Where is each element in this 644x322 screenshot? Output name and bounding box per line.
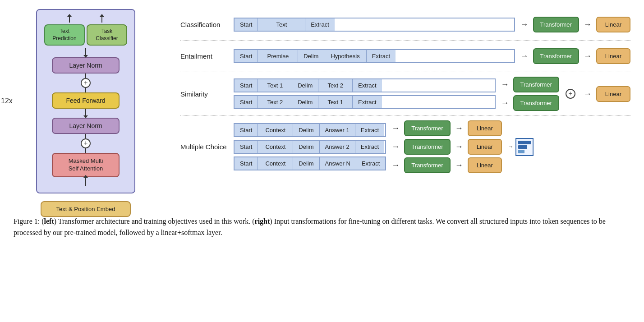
softmax-bar-3 xyxy=(518,150,524,153)
task-right-cls: → Transformer → Linear xyxy=(519,17,630,32)
arrow-ent-1: → xyxy=(519,51,530,61)
token-extract-sim1: Extract xyxy=(353,79,382,92)
token-text1-sim1: Text 1 xyxy=(258,79,292,92)
token-premise-ent: Premise xyxy=(258,50,298,62)
masked-attention-block: Masked MultiSelf Attention xyxy=(52,153,120,177)
token-extract-mc1: Extract xyxy=(355,124,384,136)
token-context-mc1: Context xyxy=(258,124,293,136)
token-start-ent: Start xyxy=(235,50,258,62)
token-seq-sim-2: Start Text 2 Delim Text 1 Extract xyxy=(234,95,496,109)
mc-row-1: → Transformer → Linear xyxy=(390,120,501,136)
arrow-mc-2a: → xyxy=(390,142,401,152)
arrow-sim-3: → xyxy=(582,89,593,99)
softmax-bar-2 xyxy=(518,145,527,149)
arch-top-arrows xyxy=(69,16,102,23)
arrow-to-task-cls xyxy=(101,16,102,23)
arrow-line-2: + xyxy=(81,74,91,92)
arrow-sim-2a: → xyxy=(499,98,511,108)
transformer-mc-3: Transformer xyxy=(404,157,450,173)
arch-12x-label: 12x xyxy=(1,97,13,105)
linear-mc-1: Linear xyxy=(468,120,502,136)
token-extract-sim2: Extract xyxy=(353,96,382,108)
mc-row-3: → Transformer → Linear xyxy=(390,157,501,173)
arch-container: 12x TextPrediction TaskClassifier L xyxy=(14,9,167,193)
residual-plus-bottom: + xyxy=(81,138,91,148)
transformer-mc-1: Transformer xyxy=(404,120,450,136)
arrow-mc-1a: → xyxy=(390,124,401,133)
token-seq-cls: Start Text Extract xyxy=(234,18,515,32)
token-start-mc3: Start xyxy=(235,157,258,170)
caption-left-bold: left xyxy=(44,217,54,225)
mc-tf-linear-col: → Transformer → Linear → Transformer → L… xyxy=(390,120,501,173)
arrow-cls-1: → xyxy=(519,20,530,29)
token-delim-sim1: Delim xyxy=(292,79,318,92)
arrow-line-3 xyxy=(85,109,86,116)
arrow-cls-2: → xyxy=(582,20,593,29)
tasks-container: Classification Start Text Extract → Tran… xyxy=(180,9,630,178)
token-delim-mc1: Delim xyxy=(293,124,319,136)
token-start-cls: Start xyxy=(235,18,258,31)
mc-row-2: → Transformer → Linear xyxy=(390,139,501,155)
arrow-mc-to-softmax: → xyxy=(506,143,515,150)
token-ansn-mc3: Answer N xyxy=(320,157,356,170)
transformer-ent: Transformer xyxy=(533,48,579,64)
token-text2-sim2: Text 2 xyxy=(258,96,292,108)
token-ans1-mc1: Answer 1 xyxy=(320,124,355,136)
token-seq-mc-1: Start Context Delim Answer 1 Extract xyxy=(234,123,386,137)
arrow-mc-2b: → xyxy=(453,142,465,152)
task-sequences-entailment: Start Premise Delim Hypothesis Extract xyxy=(234,49,515,63)
task-right-mc: → Transformer → Linear → Transformer → L… xyxy=(390,120,533,173)
token-start-mc2: Start xyxy=(235,141,258,153)
text-prediction-block: TextPrediction xyxy=(44,24,85,46)
residual-plus-top: + xyxy=(81,78,91,88)
token-context-mc2: Context xyxy=(258,141,293,153)
token-extract-cls: Extract xyxy=(305,18,334,31)
layer-norm-bottom-block: Layer Norm xyxy=(52,118,120,134)
task-sequences-similarity: Start Text 1 Delim Text 2 Extract Start … xyxy=(234,78,496,109)
arrow-sim-1a: → xyxy=(499,80,511,89)
arrow-mc-3b: → xyxy=(453,161,465,170)
token-start-sim1: Start xyxy=(235,79,258,92)
embed-block: Text & Position Embed xyxy=(41,201,131,217)
task-right-sim: → Transformer → Transformer + → Linear xyxy=(499,77,630,111)
task-sequences-mc: Start Context Delim Answer 1 Extract Sta… xyxy=(234,123,386,170)
token-text-cls: Text xyxy=(258,18,305,31)
linear-mc-2: Linear xyxy=(468,139,502,155)
token-extract-mc2: Extract xyxy=(355,141,384,153)
caption-figure-label: Figure 1: xyxy=(14,217,41,225)
token-delim-sim2: Delim xyxy=(292,96,318,108)
main-figure: 12x TextPrediction TaskClassifier L xyxy=(14,9,630,239)
arrow-down-2 xyxy=(85,109,86,116)
task-label-mc: Multiple Choice xyxy=(180,143,230,151)
caption-right-bold: right xyxy=(255,217,270,225)
token-ans2-mc2: Answer 2 xyxy=(320,141,355,153)
token-start-mc1: Start xyxy=(235,124,258,136)
token-delim-ent: Delim xyxy=(298,50,324,62)
softmax-bar-1 xyxy=(518,141,531,144)
linear-mc-3: Linear xyxy=(468,157,502,173)
token-context-mc3: Context xyxy=(258,157,293,170)
layer-norm-top-block: Layer Norm xyxy=(52,57,120,74)
task-row-entailment: Entailment Start Premise Delim Hypothesi… xyxy=(180,41,630,72)
figure-caption: Figure 1: (left) Transformer architectur… xyxy=(14,216,627,239)
diagram-row: 12x TextPrediction TaskClassifier L xyxy=(14,9,630,193)
task-row-mc: Multiple Choice Start Context Delim Answ… xyxy=(180,116,630,178)
token-extract-mc3: Extract xyxy=(356,157,385,170)
arch-inner: TextPrediction TaskClassifier Layer Norm… xyxy=(36,9,135,193)
task-right-ent: → Transformer → Linear xyxy=(519,48,630,64)
top-blocks-row: TextPrediction TaskClassifier xyxy=(44,24,127,46)
task-sequences-classification: Start Text Extract xyxy=(234,18,515,32)
token-delim-mc2: Delim xyxy=(293,141,319,153)
arrow-line-4: + xyxy=(81,134,91,153)
token-extract-ent: Extract xyxy=(367,50,396,62)
task-row-similarity: Similarity Start Text 1 Delim Text 2 Ext… xyxy=(180,72,630,116)
arrow-bottom xyxy=(85,177,86,186)
linear-sim: Linear xyxy=(596,86,630,102)
transformer-sim-2: Transformer xyxy=(513,95,559,111)
task-classifier-block: TaskClassifier xyxy=(87,24,127,46)
token-start-sim2: Start xyxy=(235,96,258,108)
token-seq-sim-1: Start Text 1 Delim Text 2 Extract xyxy=(234,78,496,92)
token-hyp-ent: Hypothesis xyxy=(324,50,366,62)
task-row-classification: Classification Start Text Extract → Tran… xyxy=(180,9,630,41)
feed-forward-block: Feed Forward xyxy=(52,92,120,109)
